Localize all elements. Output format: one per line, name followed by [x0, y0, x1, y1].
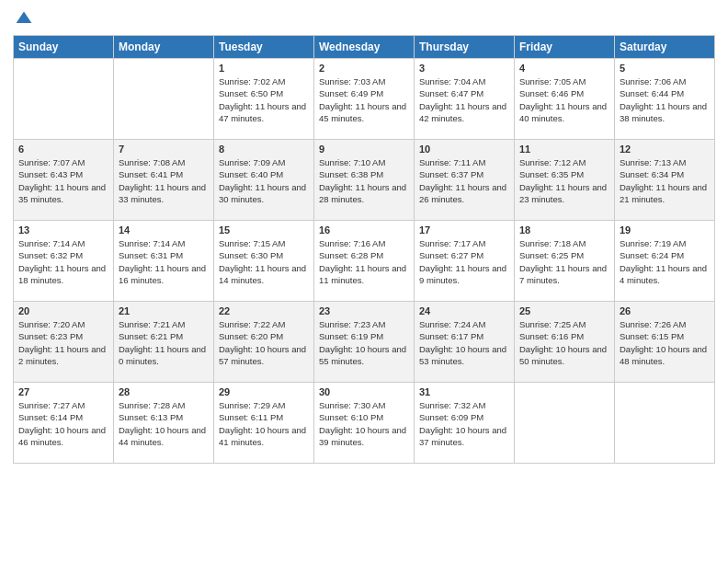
day-number: 18 — [519, 224, 609, 236]
day-of-week-header: Thursday — [415, 36, 515, 59]
day-info: Sunrise: 7:24 AMSunset: 6:17 PMDaylight:… — [419, 318, 509, 367]
day-info: Sunrise: 7:22 AMSunset: 6:20 PMDaylight:… — [219, 318, 309, 367]
calendar-cell: 23Sunrise: 7:23 AMSunset: 6:19 PMDayligh… — [314, 302, 415, 383]
day-number: 29 — [219, 386, 309, 397]
day-info: Sunrise: 7:13 AMSunset: 6:34 PMDaylight:… — [620, 156, 710, 205]
calendar-cell: 4Sunrise: 7:05 AMSunset: 6:46 PMDaylight… — [515, 59, 615, 140]
calendar-cell: 28Sunrise: 7:28 AMSunset: 6:13 PMDayligh… — [114, 383, 214, 464]
calendar-cell: 9Sunrise: 7:10 AMSunset: 6:38 PMDaylight… — [314, 140, 415, 221]
day-number: 8 — [219, 144, 309, 155]
day-number: 20 — [18, 305, 108, 316]
calendar-cell: 15Sunrise: 7:15 AMSunset: 6:30 PMDayligh… — [214, 221, 314, 302]
day-number: 15 — [219, 224, 309, 236]
day-info: Sunrise: 7:16 AMSunset: 6:28 PMDaylight:… — [319, 237, 409, 286]
calendar-week-row: 13Sunrise: 7:14 AMSunset: 6:32 PMDayligh… — [14, 221, 715, 302]
calendar-cell: 29Sunrise: 7:29 AMSunset: 6:11 PMDayligh… — [214, 383, 314, 464]
day-number: 31 — [419, 386, 509, 397]
day-number: 19 — [620, 224, 710, 236]
day-number: 6 — [18, 144, 108, 155]
day-of-week-header: Wednesday — [314, 36, 415, 59]
day-number: 4 — [519, 63, 609, 74]
calendar-cell: 11Sunrise: 7:12 AMSunset: 6:35 PMDayligh… — [515, 140, 615, 221]
calendar-cell: 24Sunrise: 7:24 AMSunset: 6:17 PMDayligh… — [415, 302, 515, 383]
day-number: 9 — [319, 144, 409, 155]
calendar-table: SundayMondayTuesdayWednesdayThursdayFrid… — [13, 35, 715, 464]
day-info: Sunrise: 7:32 AMSunset: 6:09 PMDaylight:… — [419, 399, 509, 448]
day-number: 13 — [18, 224, 108, 236]
day-info: Sunrise: 7:15 AMSunset: 6:30 PMDaylight:… — [219, 237, 309, 286]
day-number: 21 — [119, 305, 209, 316]
day-number: 2 — [319, 63, 409, 74]
svg-marker-0 — [17, 12, 32, 24]
calendar-week-row: 20Sunrise: 7:20 AMSunset: 6:23 PMDayligh… — [14, 302, 715, 383]
day-number: 23 — [319, 305, 409, 316]
day-info: Sunrise: 7:14 AMSunset: 6:31 PMDaylight:… — [119, 237, 209, 286]
day-number: 1 — [219, 63, 309, 74]
day-number: 30 — [319, 386, 409, 397]
day-info: Sunrise: 7:19 AMSunset: 6:24 PMDaylight:… — [620, 237, 710, 286]
calendar-cell: 5Sunrise: 7:06 AMSunset: 6:44 PMDaylight… — [615, 59, 715, 140]
day-info: Sunrise: 7:26 AMSunset: 6:15 PMDaylight:… — [620, 318, 710, 367]
calendar-cell: 16Sunrise: 7:16 AMSunset: 6:28 PMDayligh… — [314, 221, 415, 302]
calendar-cell: 31Sunrise: 7:32 AMSunset: 6:09 PMDayligh… — [415, 383, 515, 464]
day-number: 11 — [519, 144, 609, 155]
day-of-week-header: Monday — [114, 36, 214, 59]
day-number: 24 — [419, 305, 509, 316]
calendar-week-row: 1Sunrise: 7:02 AMSunset: 6:50 PMDaylight… — [14, 59, 715, 140]
calendar-cell — [114, 59, 214, 140]
calendar-cell — [515, 383, 615, 464]
day-info: Sunrise: 7:08 AMSunset: 6:41 PMDaylight:… — [119, 156, 209, 205]
calendar-cell: 21Sunrise: 7:21 AMSunset: 6:21 PMDayligh… — [114, 302, 214, 383]
calendar-week-row: 27Sunrise: 7:27 AMSunset: 6:14 PMDayligh… — [14, 383, 715, 464]
calendar-cell: 17Sunrise: 7:17 AMSunset: 6:27 PMDayligh… — [415, 221, 515, 302]
calendar-cell: 18Sunrise: 7:18 AMSunset: 6:25 PMDayligh… — [515, 221, 615, 302]
day-info: Sunrise: 7:06 AMSunset: 6:44 PMDaylight:… — [620, 75, 710, 124]
calendar-cell: 12Sunrise: 7:13 AMSunset: 6:34 PMDayligh… — [615, 140, 715, 221]
day-number: 17 — [419, 224, 509, 236]
day-info: Sunrise: 7:18 AMSunset: 6:25 PMDaylight:… — [519, 237, 609, 286]
day-info: Sunrise: 7:14 AMSunset: 6:32 PMDaylight:… — [18, 237, 108, 286]
calendar-cell: 10Sunrise: 7:11 AMSunset: 6:37 PMDayligh… — [415, 140, 515, 221]
day-number: 12 — [620, 144, 710, 155]
calendar-cell — [14, 59, 114, 140]
day-info: Sunrise: 7:04 AMSunset: 6:47 PMDaylight:… — [419, 75, 509, 124]
calendar-cell: 3Sunrise: 7:04 AMSunset: 6:47 PMDaylight… — [415, 59, 515, 140]
page: SundayMondayTuesdayWednesdayThursdayFrid… — [0, 0, 728, 563]
logo — [13, 9, 33, 28]
day-number: 27 — [18, 386, 108, 397]
day-info: Sunrise: 7:12 AMSunset: 6:35 PMDaylight:… — [519, 156, 609, 205]
header — [13, 9, 715, 28]
calendar-cell — [615, 383, 715, 464]
day-number: 16 — [319, 224, 409, 236]
day-of-week-header: Saturday — [615, 36, 715, 59]
calendar-week-row: 6Sunrise: 7:07 AMSunset: 6:43 PMDaylight… — [14, 140, 715, 221]
day-number: 5 — [620, 63, 710, 74]
calendar-cell: 30Sunrise: 7:30 AMSunset: 6:10 PMDayligh… — [314, 383, 415, 464]
day-number: 10 — [419, 144, 509, 155]
day-info: Sunrise: 7:23 AMSunset: 6:19 PMDaylight:… — [319, 318, 409, 367]
day-info: Sunrise: 7:21 AMSunset: 6:21 PMDaylight:… — [119, 318, 209, 367]
calendar-cell: 6Sunrise: 7:07 AMSunset: 6:43 PMDaylight… — [14, 140, 114, 221]
header-row: SundayMondayTuesdayWednesdayThursdayFrid… — [14, 36, 715, 59]
calendar-cell: 27Sunrise: 7:27 AMSunset: 6:14 PMDayligh… — [14, 383, 114, 464]
day-of-week-header: Tuesday — [214, 36, 314, 59]
calendar-cell: 8Sunrise: 7:09 AMSunset: 6:40 PMDaylight… — [214, 140, 314, 221]
calendar-cell: 22Sunrise: 7:22 AMSunset: 6:20 PMDayligh… — [214, 302, 314, 383]
calendar-cell: 19Sunrise: 7:19 AMSunset: 6:24 PMDayligh… — [615, 221, 715, 302]
day-info: Sunrise: 7:20 AMSunset: 6:23 PMDaylight:… — [18, 318, 108, 367]
day-number: 25 — [519, 305, 609, 316]
day-info: Sunrise: 7:10 AMSunset: 6:38 PMDaylight:… — [319, 156, 409, 205]
day-info: Sunrise: 7:09 AMSunset: 6:40 PMDaylight:… — [219, 156, 309, 205]
day-info: Sunrise: 7:05 AMSunset: 6:46 PMDaylight:… — [519, 75, 609, 124]
day-info: Sunrise: 7:11 AMSunset: 6:37 PMDaylight:… — [419, 156, 509, 205]
calendar-cell: 13Sunrise: 7:14 AMSunset: 6:32 PMDayligh… — [14, 221, 114, 302]
day-number: 14 — [119, 224, 209, 236]
day-info: Sunrise: 7:28 AMSunset: 6:13 PMDaylight:… — [119, 399, 209, 448]
day-of-week-header: Friday — [515, 36, 615, 59]
calendar-cell: 2Sunrise: 7:03 AMSunset: 6:49 PMDaylight… — [314, 59, 415, 140]
day-number: 22 — [219, 305, 309, 316]
day-of-week-header: Sunday — [14, 36, 114, 59]
day-number: 7 — [119, 144, 209, 155]
day-info: Sunrise: 7:27 AMSunset: 6:14 PMDaylight:… — [18, 399, 108, 448]
day-info: Sunrise: 7:17 AMSunset: 6:27 PMDaylight:… — [419, 237, 509, 286]
